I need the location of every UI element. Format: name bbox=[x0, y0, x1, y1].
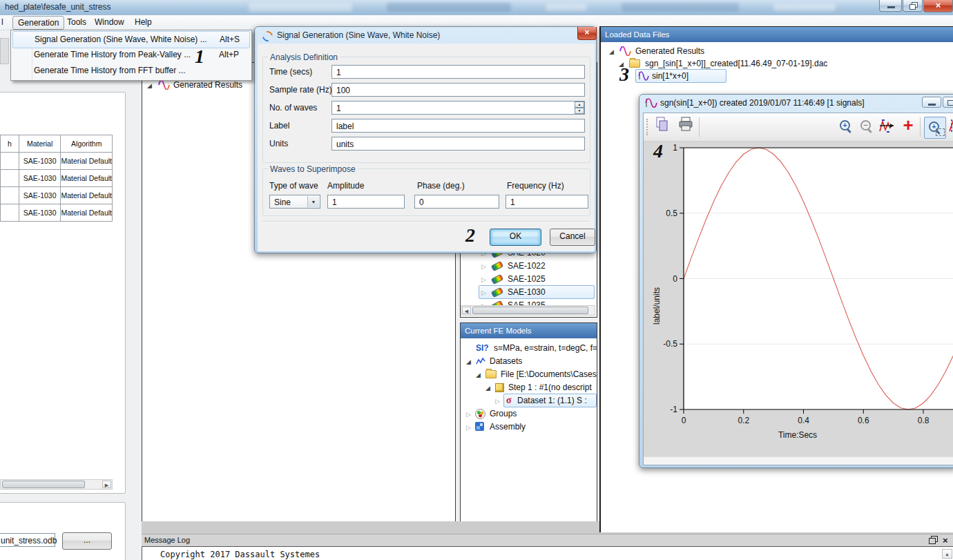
plot-window-title: sgn(sin[1_x+0]) created 2019/01/07 11:46… bbox=[660, 98, 865, 108]
menu-item-fft-buffer[interactable]: Generate Time History from FFT buffer ..… bbox=[12, 63, 249, 79]
table-row[interactable]: SAE-1030 Material Default bbox=[1, 187, 113, 204]
signal-limits-button[interactable] bbox=[947, 119, 953, 141]
type-of-wave-header: Type of wave bbox=[269, 181, 318, 191]
browse-button[interactable]: ... bbox=[62, 532, 112, 550]
minimize-button[interactable] bbox=[879, 0, 902, 12]
time-input[interactable]: 1 bbox=[331, 65, 585, 79]
zoom-region-button-selected[interactable]: + bbox=[924, 117, 946, 139]
table-row[interactable]: SAE-1030 Material Default bbox=[1, 153, 113, 170]
svg-text:0.4: 0.4 bbox=[798, 416, 809, 425]
cell-material[interactable]: SAE-1030 bbox=[19, 170, 61, 187]
main-titlebar: hed_plate\fesafe_unit_stress bbox=[0, 0, 953, 15]
cell-algorithm[interactable]: Material Default bbox=[61, 187, 113, 204]
plot-restore-button[interactable] bbox=[943, 97, 953, 108]
sample-rate-label: Sample rate (Hz) bbox=[269, 85, 332, 95]
menu-item-window[interactable]: Window bbox=[90, 16, 129, 28]
menu-item-generation[interactable]: Generation bbox=[12, 16, 64, 30]
signal-cursor-button[interactable] bbox=[877, 119, 898, 141]
label-input[interactable]: label bbox=[331, 119, 585, 133]
no-of-waves-input[interactable]: 1 bbox=[331, 101, 585, 115]
expand-icon[interactable]: ▷ bbox=[481, 260, 486, 273]
expand-icon[interactable]: ▷ bbox=[481, 273, 486, 286]
toolbar-separator bbox=[920, 117, 921, 137]
cancel-button[interactable]: Cancel bbox=[550, 229, 595, 246]
restore-button[interactable] bbox=[903, 0, 923, 12]
combo-down-icon: ▼ bbox=[311, 200, 316, 204]
log-scroll-up-button[interactable]: ▲ bbox=[942, 549, 952, 559]
expand-icon[interactable]: ◢ bbox=[476, 369, 481, 381]
tree-item-label[interactable]: Assembly bbox=[490, 421, 526, 433]
annotation-step-2: 2 bbox=[465, 224, 475, 247]
materials-horizontal-scrollbar[interactable]: ◀ bbox=[461, 305, 595, 316]
tree-item-label[interactable]: sin[1*x+0] bbox=[652, 70, 689, 82]
menu-item-partial[interactable]: l bbox=[0, 16, 5, 28]
copy-button[interactable] bbox=[652, 116, 673, 138]
tree-item-label[interactable]: File [E:\Documents\Cases bbox=[501, 368, 597, 380]
amplitude-input[interactable]: 1 bbox=[327, 195, 405, 209]
expand-icon[interactable]: ◢ bbox=[609, 46, 614, 58]
tree-item-label[interactable]: Datasets bbox=[490, 355, 522, 367]
tree-item-label[interactable]: Groups bbox=[490, 407, 517, 420]
expand-icon[interactable]: ▷ bbox=[495, 395, 500, 407]
scroll-right-button[interactable]: ▶ bbox=[102, 481, 111, 488]
plot-minimize-button[interactable] bbox=[922, 97, 941, 108]
cell-material[interactable]: SAE-1030 bbox=[19, 187, 61, 204]
cell-material[interactable]: SAE-1030 bbox=[19, 153, 61, 170]
zoom-out-button[interactable]: − bbox=[856, 119, 877, 141]
wave-type-dropdown[interactable]: Sine ▼ bbox=[269, 195, 320, 209]
tree-item-label[interactable]: Step 1 : #1(no descript bbox=[508, 381, 592, 394]
odb-path-field[interactable]: unit_stress.odb bbox=[0, 533, 55, 547]
menu-item-signal-generation[interactable]: Signal Generation (Sine Wave, White Nois… bbox=[12, 31, 250, 48]
close-log-button[interactable]: × bbox=[943, 534, 948, 546]
table-row[interactable]: SAE-1030 Material Default bbox=[1, 170, 113, 187]
scroll-left-button[interactable]: ◀ bbox=[462, 307, 471, 314]
phase-input[interactable]: 0 bbox=[414, 195, 499, 209]
left-horizontal-scrollbar[interactable]: ▶ bbox=[0, 479, 113, 490]
fe-models-header: Current FE Models bbox=[461, 323, 597, 338]
si-units-icon: SI? bbox=[476, 342, 489, 354]
expand-icon[interactable]: ▷ bbox=[481, 287, 486, 299]
cell-algorithm[interactable]: Material Default bbox=[61, 153, 113, 170]
menu-item-help[interactable]: Help bbox=[130, 16, 157, 28]
add-signal-button[interactable]: + bbox=[898, 115, 918, 137]
close-button[interactable]: × bbox=[923, 0, 953, 12]
print-button[interactable] bbox=[675, 116, 696, 138]
tree-item-label[interactable]: Generated Results bbox=[635, 45, 704, 57]
tree-item-label[interactable]: Dataset 1: (1.1) S : bbox=[517, 394, 587, 407]
dropdown-arrow[interactable]: ▼ bbox=[307, 196, 319, 207]
scroll-thumb[interactable] bbox=[472, 307, 588, 314]
expand-icon[interactable]: ◢ bbox=[466, 356, 471, 368]
ok-button[interactable]: OK bbox=[490, 229, 541, 246]
x-axis-label: Time:Secs bbox=[684, 430, 912, 440]
dialog-close-button[interactable]: × bbox=[577, 27, 597, 40]
expand-icon[interactable]: ◢ bbox=[147, 79, 152, 92]
frequency-input[interactable]: 1 bbox=[506, 195, 588, 209]
plot-area[interactable]: 10.50-0.5-100.20.40.60.8 label/units Tim… bbox=[644, 142, 953, 456]
cell-material[interactable]: SAE-1030 bbox=[19, 204, 61, 222]
table-row[interactable]: SAE-1030 Material Default bbox=[1, 204, 113, 222]
spin-up-icon: ▲ bbox=[578, 102, 581, 106]
menu-item-peak-valley[interactable]: Generate Time History from Peak-Valley .… bbox=[12, 47, 249, 63]
tree-item-label[interactable]: SAE-1030 bbox=[508, 286, 546, 298]
cell-algorithm[interactable]: Material Default bbox=[61, 204, 113, 222]
spinner-up-button[interactable]: ▲ bbox=[575, 102, 584, 108]
tree-item-label[interactable]: SAE-1025 bbox=[508, 273, 546, 285]
cell-algorithm[interactable]: Material Default bbox=[61, 170, 113, 187]
expand-icon[interactable]: ▷ bbox=[466, 408, 471, 421]
expand-icon[interactable]: ▷ bbox=[466, 421, 471, 434]
scroll-thumb[interactable] bbox=[2, 481, 85, 488]
sample-rate-input[interactable]: 100 bbox=[331, 83, 585, 97]
menu-item-tools[interactable]: Tools bbox=[62, 16, 91, 28]
y-axis-label: label/units bbox=[652, 287, 662, 325]
units-input[interactable]: units bbox=[331, 137, 585, 151]
spinner-down-button[interactable]: ▼ bbox=[575, 108, 584, 114]
svg-text:-0.5: -0.5 bbox=[663, 339, 677, 349]
expand-icon[interactable]: ◢ bbox=[485, 382, 490, 394]
sine-wave-icon bbox=[158, 80, 170, 90]
wave-type-value: Sine bbox=[274, 197, 291, 207]
tree-item-label[interactable]: sgn_[sin[1_x+0]]_created[11.46.49_07-01-… bbox=[645, 57, 827, 70]
toolbar-grip[interactable] bbox=[646, 119, 650, 135]
tree-item-label[interactable]: SAE-1022 bbox=[508, 260, 546, 272]
material-specimen-icon bbox=[491, 274, 503, 284]
zoom-in-button[interactable]: + bbox=[836, 119, 856, 141]
